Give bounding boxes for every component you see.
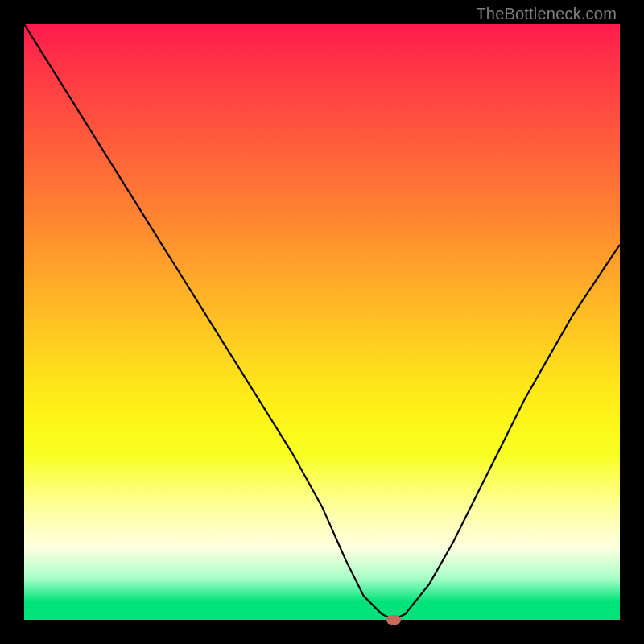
chart-minimum-marker — [386, 615, 401, 625]
chart-frame: TheBottleneck.com — [0, 0, 644, 644]
chart-curve — [24, 24, 620, 620]
watermark-text: TheBottleneck.com — [476, 5, 617, 23]
